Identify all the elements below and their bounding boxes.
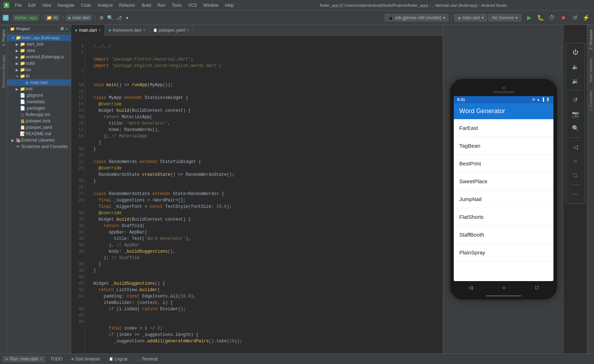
iml-label: flutterapp.iml	[26, 112, 69, 117]
run-tab[interactable]: ▶ Run: main.dart ✕	[3, 356, 45, 362]
dart-devtools-button[interactable]: ⚡	[581, 13, 591, 23]
tree-item-test[interactable]: ▶ 📁 test	[7, 86, 71, 92]
stop-button[interactable]: ■	[558, 13, 568, 23]
code-content[interactable]: /../../ import 'package:flutter/material…	[85, 36, 443, 353]
search-everywhere-icon[interactable]: 🔍	[107, 14, 114, 21]
list-item-bestprint[interactable]: BestPrint	[454, 155, 553, 173]
menu-run[interactable]: Run	[155, 2, 168, 9]
menu-analyze[interactable]: Analyze	[95, 2, 116, 9]
phone-home-btn[interactable]: ○	[503, 285, 505, 290]
tree-root[interactable]: ▾ 📁 flutter_app [flutterapp]	[7, 35, 71, 41]
project-selector[interactable]: flutter_app	[13, 15, 39, 21]
more-icon[interactable]: ▾	[124, 14, 131, 21]
settings-icon[interactable]: ⚙	[98, 14, 105, 21]
tree-item-dart-tool[interactable]: ▶ 📁 .dart_tool	[7, 41, 71, 47]
run-play-icon: ▶	[6, 357, 9, 361]
zoom-button[interactable]: 🔍	[569, 122, 582, 134]
tree-item-ios[interactable]: ▶ 📁 ios	[7, 67, 71, 73]
menu-view[interactable]: View	[39, 2, 54, 9]
tree-item-idea[interactable]: ▶ 📁 .idea	[7, 47, 71, 54]
menu-build[interactable]: Build	[139, 2, 154, 9]
tree-item-lock[interactable]: 🔒 pubspec.lock	[7, 118, 71, 124]
no-devices-selector[interactable]: No Devices ▾	[488, 14, 521, 21]
tree-item-android[interactable]: ▶ 📁 android [flutterapp.a	[7, 54, 71, 60]
list-item-jumpnail[interactable]: JumpNail	[454, 190, 553, 208]
editor-area: ◈ main.dart ✕ ◈ framework.dart ✕ 📋 pubsp…	[71, 25, 443, 353]
list-item-sweetplace[interactable]: SweetPlace	[454, 173, 553, 190]
tree-item-scratches[interactable]: ✏ Scratches and Consoles	[7, 143, 71, 150]
phone-back-btn[interactable]: ◁	[469, 285, 473, 290]
project-panel-title: Project	[16, 27, 30, 31]
menu-navigate[interactable]: Navigate	[55, 2, 77, 9]
git-icon[interactable]: ⎇	[115, 14, 122, 21]
menu-vcs[interactable]: VCS	[185, 2, 200, 9]
tree-item-packages[interactable]: 📄 .packages	[7, 105, 71, 111]
project-hide-icon[interactable]: –	[65, 26, 68, 31]
back-button[interactable]: ◁	[569, 141, 582, 153]
run-tab-close[interactable]: ✕	[40, 357, 42, 361]
reload-button[interactable]: ↺	[570, 13, 580, 23]
menu-window[interactable]: Window	[200, 2, 221, 9]
phone-list: FarEast TagBean BestPrint SweetPlace Jum…	[454, 119, 553, 262]
volume-up-button[interactable]: 🔉	[569, 74, 582, 87]
phone-recents-btn[interactable]: □	[535, 285, 538, 290]
resource-manager-tab[interactable]: Resource Manager	[1, 50, 6, 92]
list-item-plainspray[interactable]: PlainSpray	[454, 244, 553, 262]
todo-tab[interactable]: TODO	[47, 355, 66, 363]
tree-item-yaml[interactable]: 📋 pubspec.yaml	[7, 124, 71, 131]
list-item-tagbean[interactable]: TagBean	[454, 137, 553, 155]
list-item-fareast[interactable]: FarEast	[454, 119, 553, 137]
idea-label: .idea	[26, 48, 69, 53]
tab-framework-close[interactable]: ✕	[143, 28, 146, 32]
file-tab[interactable]: ◈ main.dart	[65, 15, 92, 21]
config-tab[interactable]: ◈ main.dart ▾	[454, 14, 487, 21]
tab-main-dart[interactable]: ◈ main.dart ✕	[71, 25, 105, 36]
left-sidebar: 1: Project Resource Manager	[0, 25, 7, 353]
run-controls: ▶ 🐛 ⏱ ■ ↺ ⚡	[524, 13, 591, 23]
rotate-button[interactable]: ↺	[569, 93, 582, 106]
screenshot-button[interactable]: 📷	[569, 107, 582, 120]
profile-button[interactable]: ⏱	[547, 13, 557, 23]
logcat-label: Logcat	[115, 357, 127, 362]
menu-edit[interactable]: Edit	[25, 2, 38, 9]
tree-item-iml[interactable]: ◻ flutterapp.iml	[7, 111, 71, 118]
tree-item-external[interactable]: ▶ 📚 External Libraries	[7, 137, 71, 143]
debug-button[interactable]: 🐛	[536, 13, 546, 23]
volume-down-button[interactable]: 🔈	[569, 60, 582, 73]
more-controls-button[interactable]: ···	[569, 188, 582, 201]
tree-item-main-dart[interactable]: ◈ main.dart	[7, 79, 71, 86]
menu-tools[interactable]: Tools	[169, 2, 185, 9]
config-chevron-icon: ▾	[482, 15, 484, 20]
logcat-tab[interactable]: 📋 Logcat	[105, 355, 131, 363]
dart-analysis-tab[interactable]: ◈ Dart Analysis	[68, 355, 104, 363]
terminal-tab[interactable]: ⬛ Terminal	[132, 355, 161, 363]
square-button[interactable]: □	[569, 169, 582, 182]
lib-selector[interactable]: 📁 lib	[44, 15, 60, 21]
tree-item-build[interactable]: ▶ 📁 build	[7, 60, 71, 67]
favorites-tab[interactable]: 2: Favorites	[588, 86, 594, 115]
menu-file[interactable]: File	[12, 2, 25, 9]
lib-folder-icon: 📁	[20, 74, 25, 79]
build-variants-tab[interactable]: Build Variants	[588, 54, 594, 86]
tree-item-gitignore[interactable]: 📄 .gitignore	[7, 92, 71, 99]
structure-tab[interactable]: 2: Structure	[588, 25, 594, 54]
tab-framework-dart[interactable]: ◈ framework.dart ✕	[105, 25, 149, 36]
menu-code[interactable]: Code	[78, 2, 94, 9]
list-item-flatshorts[interactable]: FlatShorts	[454, 208, 553, 226]
project-gear-icon[interactable]: ⚙	[60, 26, 64, 31]
tree-item-lib[interactable]: ▾ 📁 lib	[7, 73, 71, 79]
list-item-staffbooth[interactable]: StaffBooth	[454, 226, 553, 244]
home-button[interactable]: ○	[569, 155, 582, 168]
tree-item-readme[interactable]: 📝 README.md	[7, 131, 71, 137]
menu-help[interactable]: Help	[222, 2, 237, 9]
project-sidebar-tab[interactable]: 1: Project	[1, 25, 6, 50]
power-button[interactable]: ⏻	[569, 46, 582, 59]
menu-refactor[interactable]: Refactor	[116, 2, 138, 9]
tab-pubspec[interactable]: 📋 pubspec.yaml ✕	[149, 25, 193, 36]
tree-item-metadata[interactable]: 📄 .metadata	[7, 99, 71, 105]
device-selector[interactable]: 📱 sdk.gphone x86 (mobile) ▾	[385, 14, 448, 21]
phone-screen[interactable]: 9:31 ⚙ ▲ ▐ 🔋 Word Generator FarEast TagB…	[454, 96, 553, 281]
tab-pubspec-close[interactable]: ✕	[186, 28, 189, 32]
run-button[interactable]: ▶	[524, 13, 534, 23]
tab-main-dart-close[interactable]: ✕	[98, 28, 101, 32]
